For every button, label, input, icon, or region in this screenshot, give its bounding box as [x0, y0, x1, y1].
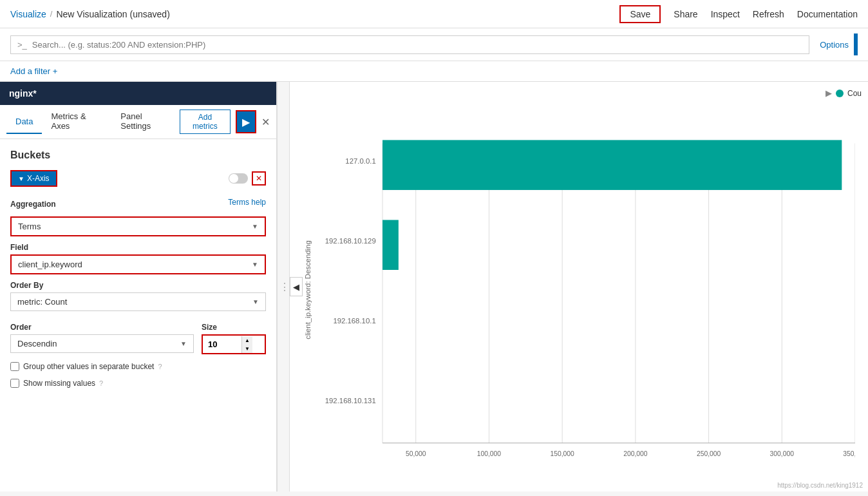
search-bar: >_ Options — [0, 28, 868, 61]
legend-dot — [836, 90, 844, 97]
field-value: client_ip.keyword — [18, 260, 82, 269]
toggle-knob — [229, 174, 238, 183]
x-tick-6: 350,000 — [843, 450, 855, 457]
order-arrow: ▼ — [180, 340, 187, 347]
right-panel: ◀ ▶ Cou client_ip.keyword: Descending 12… — [290, 82, 868, 491]
bucket-actions: ✕ — [229, 171, 266, 186]
y-axis-label: client_ip.keyword: Descending — [304, 240, 312, 339]
legend-prev-icon[interactable]: ▶ — [826, 88, 832, 98]
collapse-handle[interactable]: ⋮ — [277, 82, 290, 491]
field-select[interactable]: client_ip.keyword ▼ — [10, 254, 266, 274]
size-spinners: ▲ ▼ — [241, 336, 252, 353]
size-label: Size — [202, 323, 266, 332]
panel-scroll: Buckets ▼ X-Axis ✕ — [0, 139, 276, 491]
watermark: https://blog.csdn.net/king1912 — [777, 482, 863, 489]
y-tick-0: 127.0.0.1 — [345, 157, 375, 165]
blue-bar — [854, 33, 858, 55]
panel-tabs: Data Metrics & Axes Panel Settings Add m… — [0, 105, 276, 139]
buckets-title: Buckets — [10, 149, 266, 161]
top-nav: Visualize / New Visualization (unsaved) … — [0, 0, 868, 28]
order-value: Descendin — [17, 339, 57, 348]
add-metrics-button[interactable]: Add metrics — [180, 110, 230, 134]
field-label: Field — [10, 243, 266, 252]
show-missing-help-icon[interactable]: ? — [99, 379, 103, 387]
panel-header: nginx* — [0, 82, 276, 105]
search-prompt: >_ — [17, 40, 27, 50]
close-button[interactable]: ✕ — [261, 116, 270, 128]
options-button[interactable]: Options — [820, 40, 849, 50]
panel-content: Buckets ▼ X-Axis ✕ — [0, 139, 276, 398]
x-axis-label: X-Axis — [27, 174, 50, 183]
x-tick-3: 200,000 — [623, 450, 648, 457]
filter-bar: Add a filter + — [0, 61, 868, 82]
refresh-button[interactable]: Refresh — [753, 9, 784, 19]
x-axis-button[interactable]: ▼ X-Axis — [10, 170, 57, 187]
x-tick-4: 250,000 — [697, 450, 721, 457]
chart-container: client_ip.keyword: Descending 127.0.0.1 … — [303, 101, 855, 479]
legend-area: ▶ Cou — [826, 88, 862, 98]
y-tick-2: 192.168.10.1 — [333, 317, 375, 325]
group-other-help-icon[interactable]: ? — [158, 363, 162, 370]
x-tick-5: 300,000 — [770, 450, 795, 457]
panel-tab-actions: Add metrics ▶ ✕ — [180, 110, 270, 134]
x-axis-arrow: ▼ — [18, 175, 24, 182]
save-button[interactable]: Save — [619, 5, 661, 23]
collapse-chart-button[interactable]: ◀ — [290, 277, 303, 296]
left-panel: nginx* Data Metrics & Axes Panel Setting… — [0, 82, 277, 491]
show-missing-label: Show missing values — [23, 379, 95, 388]
order-label: Order — [10, 323, 194, 332]
share-button[interactable]: Share — [674, 9, 697, 19]
group-other-label: Group other values in separate bucket — [23, 362, 154, 371]
size-up-button[interactable]: ▲ — [242, 336, 252, 345]
x-tick-1: 100,000 — [477, 450, 502, 457]
x-tick-2: 150,000 — [550, 450, 574, 457]
order-select[interactable]: Descendin ▼ — [10, 334, 194, 353]
top-nav-actions: Save Share Inspect Refresh Documentation — [619, 5, 858, 23]
aggregation-select[interactable]: Terms ▼ — [10, 216, 266, 236]
index-title: nginx* — [9, 88, 37, 99]
collapse-arrow-icon: ◀ — [293, 282, 299, 292]
breadcrumb-separator: / — [50, 9, 53, 19]
x-tick-0: 50,000 — [406, 450, 426, 457]
search-input[interactable] — [32, 40, 802, 50]
bucket-header: ▼ X-Axis ✕ — [10, 170, 266, 187]
group-other-checkbox[interactable] — [10, 362, 19, 371]
inspect-button[interactable]: Inspect — [711, 9, 740, 19]
order-by-value: metric: Count — [17, 297, 67, 307]
tab-metrics-axes[interactable]: Metrics & Axes — [42, 105, 111, 138]
group-other-row: Group other values in separate bucket ? — [10, 362, 266, 371]
tab-data[interactable]: Data — [6, 110, 42, 134]
bar-0 — [382, 140, 842, 190]
y-tick-3: 192.168.10.131 — [325, 397, 376, 405]
bar-1 — [382, 220, 399, 270]
visualize-link[interactable]: Visualize — [10, 9, 46, 19]
chart-svg: client_ip.keyword: Descending 127.0.0.1 … — [303, 101, 855, 479]
order-by-label: Order By — [10, 281, 266, 290]
search-input-wrap: >_ — [10, 35, 809, 54]
size-input[interactable] — [203, 336, 241, 353]
breadcrumb: Visualize / New Visualization (unsaved) — [10, 9, 170, 19]
aggregation-value: Terms — [18, 222, 41, 231]
size-col: Size ▲ ▼ — [202, 316, 266, 354]
order-by-arrow: ▼ — [252, 298, 259, 305]
y-tick-1: 192.168.10.129 — [325, 237, 376, 245]
size-input-wrap: ▲ ▼ — [202, 334, 266, 354]
terms-help-link[interactable]: Terms help — [228, 198, 266, 207]
delete-button[interactable]: ✕ — [252, 171, 266, 186]
show-missing-row: Show missing values ? — [10, 379, 266, 388]
main-layout: nginx* Data Metrics & Axes Panel Setting… — [0, 82, 868, 491]
breadcrumb-current: New Visualization (unsaved) — [56, 9, 169, 19]
add-filter-button[interactable]: Add a filter + — [10, 66, 57, 76]
show-missing-checkbox[interactable] — [10, 379, 19, 388]
aggregation-row: Aggregation Terms help — [10, 193, 266, 211]
tab-panel-settings[interactable]: Panel Settings — [111, 105, 180, 138]
order-col: Order Descendin ▼ — [10, 316, 194, 354]
toggle[interactable] — [229, 173, 248, 184]
aggregation-label: Aggregation — [10, 200, 56, 209]
size-down-button[interactable]: ▼ — [242, 345, 252, 353]
documentation-button[interactable]: Documentation — [797, 9, 858, 19]
play-button[interactable]: ▶ — [236, 110, 256, 133]
toggle-switch[interactable] — [229, 173, 248, 184]
order-by-select[interactable]: metric: Count ▼ — [10, 292, 266, 311]
aggregation-arrow: ▼ — [252, 223, 258, 230]
